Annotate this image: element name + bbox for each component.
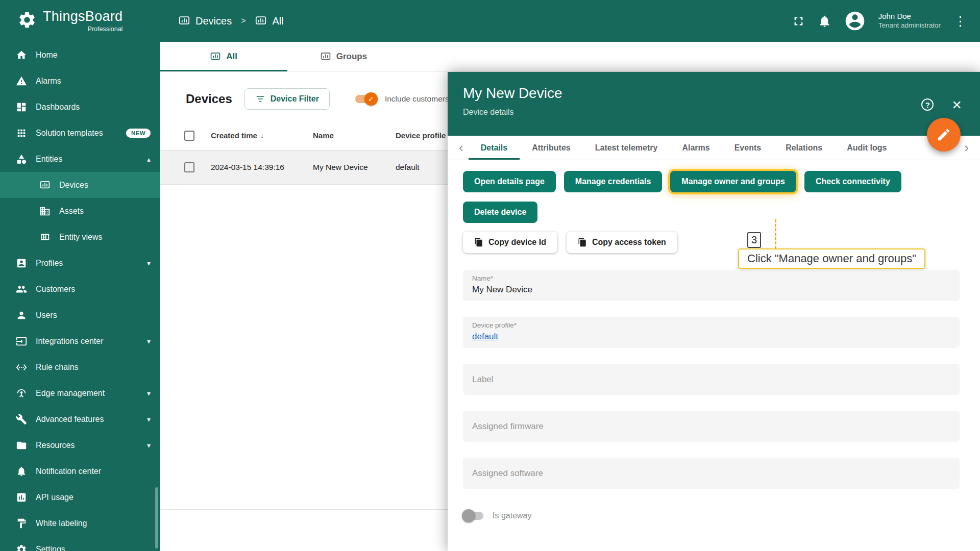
manage-owner-and-groups-button[interactable]: Manage owner and groups — [670, 171, 796, 192]
column-name[interactable]: Name — [313, 131, 396, 140]
label-field[interactable]: Label — [463, 364, 960, 395]
tab-groups[interactable]: Groups — [287, 42, 400, 71]
assets-icon — [39, 206, 51, 217]
sidebar-scrollbar[interactable] — [155, 487, 158, 548]
advanced-features-icon — [15, 414, 28, 425]
breadcrumb-label: All — [272, 15, 283, 27]
customers-icon — [15, 284, 28, 295]
tab-details[interactable]: Details — [469, 136, 520, 160]
device-filter-button[interactable]: Device Filter — [244, 88, 330, 110]
panel-body: Open details page Manage credentials Man… — [448, 171, 980, 520]
select-all-checkbox[interactable] — [184, 131, 194, 141]
sidebar-item-api-usage[interactable]: API usage — [0, 484, 160, 510]
tab-events[interactable]: Events — [722, 136, 773, 160]
edit-fab-button[interactable] — [927, 118, 961, 152]
sidebar-item-home[interactable]: Home — [0, 42, 160, 68]
assigned-firmware-field[interactable]: Assigned firmware — [463, 411, 960, 442]
breadcrumb-label: Devices — [195, 15, 232, 27]
copy-device-id-button[interactable]: Copy device Id — [463, 232, 557, 253]
devices-icon — [39, 180, 51, 191]
help-icon[interactable]: ? — [921, 98, 934, 111]
cell-name: My New Device — [313, 163, 396, 172]
user-name: John Doe — [878, 12, 941, 21]
avatar[interactable] — [844, 10, 866, 32]
sidebar-item-customers[interactable]: Customers — [0, 276, 160, 302]
thingsboard-logo-icon — [17, 10, 37, 32]
sidebar-item-assets[interactable]: Assets — [0, 198, 160, 224]
device-profile-field[interactable]: Device profile* default — [463, 317, 960, 348]
manage-credentials-button[interactable]: Manage credentials — [564, 171, 663, 192]
more-vert-icon[interactable]: ⋮ — [953, 15, 968, 28]
app-edition: Professional — [88, 26, 123, 33]
sidebar-item-integrations-center[interactable]: Integrations center ▾ — [0, 328, 160, 354]
assigned-software-field[interactable]: Assigned software — [463, 458, 960, 489]
tutorial-callout: Click "Manage owner and groups" — [738, 248, 925, 269]
sidebar-item-entity-views[interactable]: Entity views — [0, 224, 160, 250]
sidebar-item-rule-chains[interactable]: Rule chains — [0, 354, 160, 380]
tutorial-step-badge: 3 — [747, 232, 761, 248]
tab-audit-logs[interactable]: Audit logs — [835, 136, 899, 160]
tab-relations[interactable]: Relations — [773, 136, 835, 160]
fullscreen-icon[interactable] — [792, 14, 805, 28]
sidebar-item-entities[interactable]: Entities ▴ — [0, 146, 160, 172]
sidebar-item-devices[interactable]: Devices — [0, 172, 160, 198]
sidebar-item-profiles[interactable]: Profiles ▾ — [0, 250, 160, 276]
include-customers-toggle[interactable]: ✓ Include customers — [355, 94, 449, 104]
panel-tabs: ‹ Details Attributes Latest telemetry Al… — [448, 136, 980, 160]
sidebar-item-resources[interactable]: Resources ▾ — [0, 432, 160, 458]
name-field-label: Name* — [472, 274, 950, 282]
panel-subtitle: Device details — [463, 108, 965, 117]
app-logo[interactable]: ThingsBoard Professional — [0, 0, 160, 42]
tab-label: Groups — [336, 52, 367, 62]
check-connectivity-button[interactable]: Check connectivity — [804, 171, 901, 192]
app-name: ThingsBoard — [43, 10, 122, 23]
sidebar-item-label: Rule chains — [36, 363, 79, 372]
tab-latest-telemetry[interactable]: Latest telemetry — [583, 136, 670, 160]
sidebar-item-edge-management[interactable]: Edge management ▾ — [0, 380, 160, 406]
sidebar-item-settings[interactable]: Settings — [0, 536, 160, 551]
sidebar-item-alarms[interactable]: Alarms — [0, 68, 160, 94]
device-profile-link[interactable]: default — [472, 332, 498, 342]
settings-icon — [15, 544, 28, 551]
dashboards-icon — [15, 102, 28, 113]
sidebar-item-label: Assets — [59, 207, 84, 216]
chevron-down-icon: ▾ — [147, 259, 151, 267]
row-checkbox[interactable] — [184, 162, 194, 172]
breadcrumb-devices[interactable]: Devices — [178, 15, 232, 27]
device-details-form: Name* My New Device Device profile* defa… — [463, 270, 960, 520]
breadcrumb-all[interactable]: All — [255, 15, 283, 27]
chevron-up-icon: ▴ — [147, 155, 151, 163]
sidebar-item-dashboards[interactable]: Dashboards — [0, 94, 160, 120]
pencil-icon — [936, 127, 951, 142]
breadcrumb-separator: > — [241, 16, 246, 26]
cell-created-time: 2024-03-15 14:39:16 — [211, 163, 313, 172]
open-details-page-button[interactable]: Open details page — [463, 171, 556, 192]
chevron-right-icon[interactable]: › — [959, 136, 974, 160]
copy-access-token-button[interactable]: Copy access token — [567, 232, 677, 253]
sidebar-item-solution-templates[interactable]: Solution templates NEW — [0, 120, 160, 146]
name-field[interactable]: Name* My New Device — [463, 270, 960, 301]
sidebar-item-white-labeling[interactable]: White labeling — [0, 510, 160, 536]
user-info[interactable]: John Doe Tenant administrator — [878, 12, 941, 30]
sidebar-item-notification-center[interactable]: Notification center — [0, 458, 160, 484]
tab-attributes[interactable]: Attributes — [520, 136, 583, 160]
column-created-time[interactable]: Created time ↓ — [211, 131, 313, 140]
sidebar-item-label: Settings — [36, 545, 65, 551]
close-icon[interactable]: × — [952, 96, 962, 113]
notifications-bell-icon[interactable] — [818, 14, 831, 28]
is-gateway-toggle[interactable]: Is gateway — [463, 511, 960, 520]
chevron-down-icon: ▾ — [147, 389, 151, 397]
tab-label: All — [226, 52, 237, 62]
sidebar-item-label: Home — [36, 51, 58, 60]
sidebar-item-advanced-features[interactable]: Advanced features ▾ — [0, 406, 160, 432]
tab-all[interactable]: All — [160, 42, 287, 71]
sidebar-item-label: API usage — [36, 493, 74, 502]
chevron-left-icon[interactable]: ‹ — [454, 136, 469, 160]
breadcrumb: Devices > All — [160, 15, 284, 27]
tab-alarms[interactable]: Alarms — [670, 136, 722, 160]
entity-tabs: All Groups — [160, 42, 980, 72]
sidebar-item-users[interactable]: Users — [0, 302, 160, 328]
delete-device-button[interactable]: Delete device — [463, 202, 537, 223]
resources-icon — [15, 440, 28, 451]
sidebar: ThingsBoard Professional Home Alarms Das… — [0, 0, 160, 551]
